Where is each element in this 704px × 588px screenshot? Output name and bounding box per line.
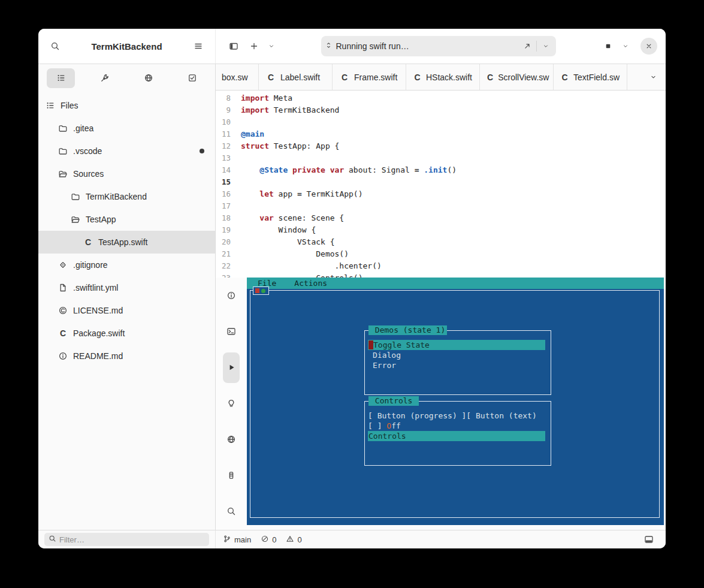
sidebar-tab-build[interactable] (90, 68, 119, 88)
line-content: VStack { (241, 236, 335, 248)
line-number: 13 (216, 152, 241, 164)
tui-item-label: Toggle State (373, 340, 430, 350)
tree-item--swiftlint-yml[interactable]: .swiftlint.yml (38, 276, 215, 299)
sidebar-tab-files[interactable] (47, 68, 75, 88)
tree-item-testapp-swift[interactable]: CTestApp.swift (38, 231, 215, 254)
code-line-22[interactable]: 22 .hcenter() (216, 260, 666, 272)
play-icon (226, 363, 236, 372)
stop-dropdown[interactable] (619, 37, 632, 56)
rail-button-profiler[interactable] (216, 457, 247, 493)
editor-tab-frame-swift[interactable]: CFrame.swift (333, 64, 406, 90)
rail-button-search[interactable] (216, 493, 247, 529)
code-line-14[interactable]: 14 @State private var about: Signal = .i… (216, 164, 666, 176)
error-count[interactable]: 0 (261, 535, 276, 545)
tree-item-termkitbackend[interactable]: TermKitBackend (38, 185, 215, 208)
tree-item-sources[interactable]: Sources (38, 162, 215, 185)
line-number: 23 (216, 272, 241, 278)
folder-icon (58, 123, 68, 133)
code-editor[interactable]: 8import Meta9import TermKitBackend1011@m… (216, 91, 666, 278)
new-tab-button[interactable] (244, 37, 264, 56)
code-line-20[interactable]: 20 VStack { (216, 236, 666, 248)
main-area: box.swCLabel.swiftCFrame.swiftCHStack.sw… (216, 64, 666, 530)
primary-menu-button[interactable] (189, 37, 208, 56)
tree-filter[interactable] (44, 533, 209, 546)
line-number: 17 (216, 200, 241, 212)
code-symbol-icon: C (340, 73, 349, 82)
line-number: 21 (216, 248, 241, 260)
code-line-18[interactable]: 18 var scene: Scene { (216, 212, 666, 224)
stop-button[interactable] (599, 37, 618, 56)
toggle-left-panel-button[interactable] (224, 37, 243, 56)
tree-item--vscode[interactable]: .vscode (38, 140, 215, 162)
tree-item-license-md[interactable]: LICENSE.md (38, 299, 215, 322)
error-count-value: 0 (272, 535, 276, 544)
tui-demos-item-toggle-state[interactable]: Toggle State (368, 340, 545, 350)
code-line-10[interactable]: 10 (216, 116, 666, 128)
code-line-16[interactable]: 16 let app = TermKitApp() (216, 188, 666, 200)
run-deploy-button[interactable] (521, 37, 534, 56)
new-tab-dropdown[interactable] (265, 37, 278, 56)
branch-icon (223, 535, 231, 543)
code-line-15[interactable]: 15 (216, 176, 666, 188)
tui-buttons-row[interactable]: [ Button (progress) ][ Button (text) (365, 411, 551, 421)
main-header: Running swift run… (216, 29, 666, 64)
git-icon (58, 260, 68, 270)
toggle-bottom-panel-button[interactable] (639, 530, 658, 548)
tui-controls-frame: Controls [ Button (progress) ][ Button (… (364, 401, 551, 466)
tree-item-readme-md[interactable]: README.md (38, 345, 215, 367)
tree-filter-input[interactable] (59, 535, 205, 544)
code-line-23[interactable]: 23 Controls() (216, 272, 666, 278)
rail-button-info[interactable] (216, 278, 247, 313)
rail-button-diagnostics[interactable] (216, 385, 247, 421)
bottom-panel: FileActions Demos (state 1) Toggle State… (216, 278, 666, 530)
global-search-button[interactable] (46, 37, 65, 56)
code-line-8[interactable]: 8import Meta (216, 92, 666, 104)
build-icon (100, 73, 110, 83)
warning-count[interactable]: 0 (286, 535, 301, 545)
tree-item-package-swift[interactable]: CPackage.swift (38, 322, 215, 345)
tui-menu-actions[interactable]: Actions (294, 279, 327, 288)
code-line-12[interactable]: 12struct TestApp: App { (216, 140, 666, 152)
tree-item--gitea[interactable]: .gitea (38, 117, 215, 140)
code-line-21[interactable]: 21 Demos() (216, 248, 666, 260)
chevron-icon (649, 73, 657, 81)
tree-item--gitignore[interactable]: .gitignore (38, 254, 215, 276)
folder-open-icon (58, 169, 68, 179)
run-options-dropdown[interactable] (539, 37, 552, 56)
branch-indicator[interactable]: main (223, 535, 251, 545)
editor-tab-textfield-sw[interactable]: CTextField.sw (554, 64, 627, 90)
rail-button-terminal[interactable] (216, 313, 247, 349)
sidebar-tab-todo[interactable] (179, 68, 207, 88)
rail-button-run[interactable] (216, 349, 247, 385)
code-line-19[interactable]: 19 Window { (216, 224, 666, 236)
run-terminal[interactable]: FileActions Demos (state 1) Toggle State… (247, 278, 664, 525)
line-number: 12 (216, 140, 241, 152)
line-content: @main (241, 128, 264, 140)
tui-window-controls[interactable] (253, 287, 269, 295)
window-close-button[interactable] (640, 38, 657, 55)
editor-tab-box-sw[interactable]: box.sw (216, 64, 259, 90)
code-symbol-icon: C (266, 73, 276, 82)
editor-tab-scrollview-sw[interactable]: CScrollView.sw (480, 64, 554, 90)
sidebar-tab-web[interactable] (135, 68, 163, 88)
tui-demos-item-error[interactable]: Error (365, 360, 551, 370)
line-number: 10 (216, 116, 241, 128)
rail-button-web[interactable] (216, 421, 247, 457)
code-line-9[interactable]: 9import TermKitBackend (216, 104, 666, 116)
editor-tab-label-swift[interactable]: CLabel.swift (259, 64, 333, 90)
tab-overflow-button[interactable] (640, 64, 666, 90)
editor-tab-hstack-swift[interactable]: CHStack.swift (406, 64, 480, 90)
tree-item-files[interactable]: Files (38, 94, 215, 117)
terminal-panel-icon (226, 327, 236, 336)
code-symbol-icon: C (487, 73, 493, 82)
todo-icon (188, 73, 197, 83)
tui-checkbox-off[interactable]: [ ] Off (365, 421, 551, 431)
build-status-pill[interactable]: Running swift run… (321, 36, 556, 56)
tui-demos-item-dialog[interactable]: Dialog (365, 350, 551, 360)
code-line-17[interactable]: 17 (216, 200, 666, 212)
sidebar-panel-tabs (38, 64, 215, 92)
code-line-11[interactable]: 11@main (216, 128, 666, 140)
tree-item-testapp[interactable]: TestApp (38, 208, 215, 231)
tui-controls-button[interactable]: Controls (368, 431, 545, 441)
code-line-13[interactable]: 13 (216, 152, 666, 164)
